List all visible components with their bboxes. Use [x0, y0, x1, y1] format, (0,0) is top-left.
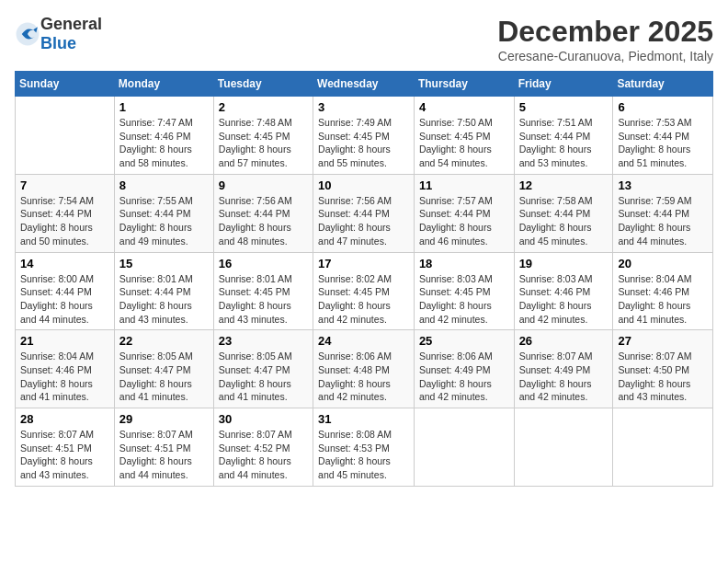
sunrise-text: Sunrise: 8:06 AM: [419, 350, 509, 363]
calendar-cell: 19Sunrise: 8:03 AMSunset: 4:46 PMDayligh…: [514, 252, 613, 330]
day-number: 11: [419, 178, 509, 192]
sunrise-text: Sunrise: 8:01 AM: [219, 272, 308, 286]
daylight-text: Daylight: 8 hours and 44 minutes.: [20, 299, 109, 326]
sunrise-text: Sunrise: 8:05 AM: [219, 350, 308, 363]
daylight-text: Daylight: 8 hours and 42 minutes.: [318, 299, 409, 326]
calendar-cell: 30Sunrise: 8:07 AMSunset: 4:52 PMDayligh…: [213, 408, 313, 487]
daylight-text: Daylight: 8 hours and 55 minutes.: [318, 143, 409, 169]
calendar-cell: 4Sunrise: 7:50 AMSunset: 4:45 PMDaylight…: [414, 97, 514, 175]
calendar-cell: 21Sunrise: 8:04 AMSunset: 4:46 PMDayligh…: [16, 330, 115, 408]
sunrise-text: Sunrise: 8:08 AM: [318, 428, 409, 442]
daylight-text: Daylight: 8 hours and 42 minutes.: [419, 299, 509, 326]
page-subtitle: Ceresane-Curanuova, Piedmont, Italy: [497, 49, 713, 63]
day-number: 2: [219, 100, 308, 114]
calendar-table: SundayMondayTuesdayWednesdayThursdayFrid…: [15, 71, 713, 487]
daylight-text: Daylight: 8 hours and 48 minutes.: [219, 221, 308, 247]
calendar-cell: 14Sunrise: 8:00 AMSunset: 4:44 PMDayligh…: [16, 252, 115, 330]
sunset-text: Sunset: 4:44 PM: [119, 207, 209, 221]
weekday-header-friday: Friday: [514, 72, 613, 97]
page-title: December 2025: [497, 15, 713, 49]
sunrise-text: Sunrise: 8:06 AM: [318, 350, 409, 363]
day-number: 7: [20, 178, 109, 192]
daylight-text: Daylight: 8 hours and 42 minutes.: [318, 377, 409, 404]
sunset-text: Sunset: 4:45 PM: [419, 285, 509, 299]
weekday-header-saturday: Saturday: [613, 72, 713, 97]
calendar-cell: 9Sunrise: 7:56 AMSunset: 4:44 PMDaylight…: [213, 174, 313, 252]
daylight-text: Daylight: 8 hours and 42 minutes.: [419, 377, 509, 404]
logo-general-text: General: [40, 15, 102, 33]
sunset-text: Sunset: 4:52 PM: [219, 442, 308, 455]
sunset-text: Sunset: 4:44 PM: [318, 207, 409, 221]
sunrise-text: Sunrise: 8:05 AM: [119, 350, 209, 363]
sunrise-text: Sunrise: 8:01 AM: [119, 272, 209, 286]
sunset-text: Sunset: 4:44 PM: [519, 207, 609, 221]
day-number: 6: [618, 100, 708, 114]
weekday-header-wednesday: Wednesday: [313, 72, 415, 97]
sunset-text: Sunset: 4:51 PM: [119, 442, 209, 455]
calendar-cell: 23Sunrise: 8:05 AMSunset: 4:47 PMDayligh…: [213, 330, 313, 408]
calendar-cell: 6Sunrise: 7:53 AMSunset: 4:44 PMDaylight…: [613, 97, 713, 175]
daylight-text: Daylight: 8 hours and 44 minutes.: [119, 454, 209, 481]
day-number: 26: [519, 334, 609, 348]
day-number: 18: [419, 257, 509, 270]
calendar-week-row: 14Sunrise: 8:00 AMSunset: 4:44 PMDayligh…: [16, 252, 713, 330]
calendar-cell: 18Sunrise: 8:03 AMSunset: 4:45 PMDayligh…: [414, 252, 514, 330]
sunset-text: Sunset: 4:44 PM: [20, 207, 109, 221]
daylight-text: Daylight: 8 hours and 45 minutes.: [318, 454, 409, 481]
daylight-text: Daylight: 8 hours and 44 minutes.: [219, 454, 308, 481]
calendar-cell: 29Sunrise: 8:07 AMSunset: 4:51 PMDayligh…: [114, 408, 213, 487]
day-number: 10: [318, 178, 409, 192]
calendar-week-row: 21Sunrise: 8:04 AMSunset: 4:46 PMDayligh…: [16, 330, 713, 408]
daylight-text: Daylight: 8 hours and 46 minutes.: [419, 221, 509, 247]
day-number: 14: [20, 257, 109, 270]
day-number: 5: [519, 100, 609, 114]
day-number: 21: [20, 334, 109, 348]
day-number: 20: [618, 257, 708, 270]
sunset-text: Sunset: 4:48 PM: [318, 363, 409, 377]
calendar-cell: 1Sunrise: 7:47 AMSunset: 4:46 PMDaylight…: [114, 97, 213, 175]
day-number: 4: [419, 100, 509, 114]
day-number: 3: [318, 100, 409, 114]
calendar-cell: 2Sunrise: 7:48 AMSunset: 4:45 PMDaylight…: [213, 97, 313, 175]
daylight-text: Daylight: 8 hours and 41 minutes.: [119, 377, 209, 404]
day-number: 28: [20, 412, 109, 426]
sunset-text: Sunset: 4:47 PM: [119, 363, 209, 377]
calendar-cell: 28Sunrise: 8:07 AMSunset: 4:51 PMDayligh…: [16, 408, 115, 487]
day-number: 22: [119, 334, 209, 348]
daylight-text: Daylight: 8 hours and 43 minutes.: [119, 299, 209, 326]
calendar-cell: 5Sunrise: 7:51 AMSunset: 4:44 PMDaylight…: [514, 97, 613, 175]
daylight-text: Daylight: 8 hours and 45 minutes.: [519, 221, 609, 247]
calendar-cell: 24Sunrise: 8:06 AMSunset: 4:48 PMDayligh…: [313, 330, 415, 408]
sunset-text: Sunset: 4:44 PM: [618, 130, 708, 144]
sunset-text: Sunset: 4:44 PM: [119, 285, 209, 299]
daylight-text: Daylight: 8 hours and 42 minutes.: [519, 377, 609, 404]
sunset-text: Sunset: 4:49 PM: [419, 363, 509, 377]
sunrise-text: Sunrise: 7:53 AM: [618, 116, 708, 130]
sunset-text: Sunset: 4:45 PM: [318, 285, 409, 299]
sunset-text: Sunset: 4:44 PM: [20, 285, 109, 299]
sunset-text: Sunset: 4:46 PM: [119, 130, 209, 144]
calendar-cell: 31Sunrise: 8:08 AMSunset: 4:53 PMDayligh…: [313, 408, 415, 487]
day-number: 31: [318, 412, 409, 426]
sunset-text: Sunset: 4:44 PM: [519, 130, 609, 144]
calendar-body: 1Sunrise: 7:47 AMSunset: 4:46 PMDaylight…: [16, 97, 713, 487]
calendar-cell: 20Sunrise: 8:04 AMSunset: 4:46 PMDayligh…: [613, 252, 713, 330]
weekday-header-monday: Monday: [114, 72, 213, 97]
sunrise-text: Sunrise: 8:04 AM: [20, 350, 109, 363]
daylight-text: Daylight: 8 hours and 41 minutes.: [618, 299, 708, 326]
calendar-cell: 25Sunrise: 8:06 AMSunset: 4:49 PMDayligh…: [414, 330, 514, 408]
day-number: 24: [318, 334, 409, 348]
daylight-text: Daylight: 8 hours and 58 minutes.: [119, 143, 209, 169]
day-number: 29: [119, 412, 209, 426]
calendar-cell: 22Sunrise: 8:05 AMSunset: 4:47 PMDayligh…: [114, 330, 213, 408]
sunrise-text: Sunrise: 7:49 AM: [318, 116, 409, 130]
daylight-text: Daylight: 8 hours and 41 minutes.: [20, 377, 109, 404]
calendar-cell: 11Sunrise: 7:57 AMSunset: 4:44 PMDayligh…: [414, 174, 514, 252]
sunset-text: Sunset: 4:50 PM: [618, 363, 708, 377]
day-number: 23: [219, 334, 308, 348]
sunrise-text: Sunrise: 8:07 AM: [519, 350, 609, 363]
sunrise-text: Sunrise: 7:56 AM: [318, 194, 409, 208]
sunset-text: Sunset: 4:47 PM: [219, 363, 308, 377]
daylight-text: Daylight: 8 hours and 57 minutes.: [219, 143, 308, 169]
daylight-text: Daylight: 8 hours and 43 minutes.: [219, 299, 308, 326]
